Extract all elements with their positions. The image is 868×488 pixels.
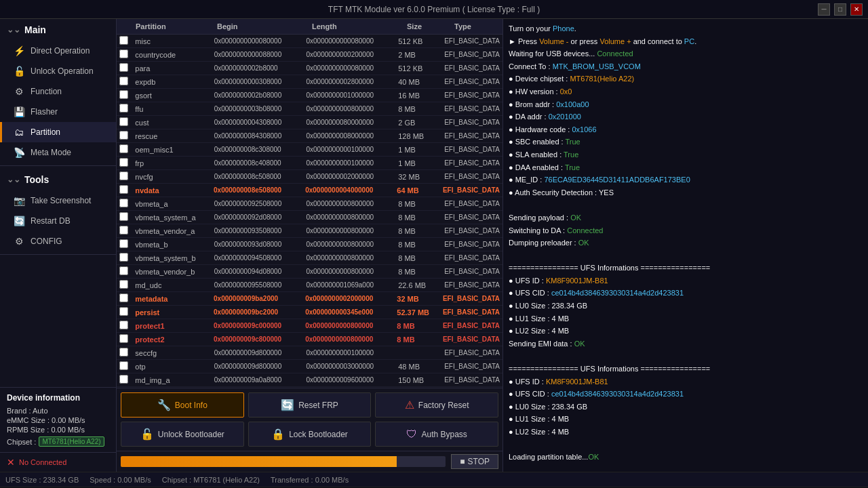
table-row[interactable]: nvcfg 0x000000008c508000 0x0000000002000… <box>117 170 502 184</box>
table-row[interactable]: vbmeta_vendor_a 0x0000000093508000 0x000… <box>117 224 502 238</box>
partition-length: 0x0000000000800000 <box>306 214 398 221</box>
partition-begin: 0x0000000092d08000 <box>214 214 307 221</box>
factory-reset-button[interactable]: ⚠ Factory Reset <box>375 392 498 418</box>
boot-info-label: Boot Info <box>175 401 208 410</box>
table-row[interactable]: rescue 0x0000000084308000 0x000000000800… <box>117 129 502 143</box>
sidebar-item-flasher[interactable]: 💾 Flasher <box>0 102 116 122</box>
sidebar-tools-header[interactable]: ⌄⌄ Tools <box>0 169 116 190</box>
partition-length: 0x0000000009600000 <box>306 376 398 384</box>
table-row[interactable]: vbmeta_system_b 0x0000000094508000 0x000… <box>117 251 502 265</box>
table-row[interactable]: para 0x0000000002b8000 0x000000000008000… <box>117 62 502 75</box>
table-row[interactable]: vbmeta_a 0x0000000092508000 0x0000000000… <box>117 197 502 211</box>
partition-size: 40 MB <box>398 78 444 86</box>
partition-begin: 0x000000008c408000 <box>214 159 307 167</box>
sidebar-tools-label: Tools <box>24 174 49 185</box>
maximize-button[interactable]: □ <box>834 3 846 16</box>
log-line: ● UFS ID : KM8F9001JM-B81 <box>509 376 863 388</box>
no-connected-label: No Connected <box>19 458 66 466</box>
partition-type: EFI_BASIC_DATA <box>444 241 500 248</box>
table-row[interactable]: persist 0x000000009bc2000 0x000000000345… <box>117 306 502 319</box>
lock-bootloader-button[interactable]: 🔒 Lock Bootloader <box>248 422 372 447</box>
log-line <box>509 350 863 363</box>
tools-chevron-icon: ⌄⌄ <box>7 175 20 184</box>
partition-length: 0x0000000000800000 <box>306 200 398 207</box>
partition-icon: 🗂 <box>13 127 25 138</box>
table-row[interactable]: nvdata 0x000000008e508000 0x000000000400… <box>117 184 502 197</box>
partition-name: expdb <box>135 78 214 86</box>
table-row[interactable]: protect1 0x000000009c000000 0x0000000000… <box>117 319 502 333</box>
table-row[interactable]: vbmeta_b 0x0000000093d08000 0x0000000000… <box>117 238 502 251</box>
partition-type: EFI_BASIC_DATA <box>444 78 500 85</box>
boot-info-button[interactable]: 🔧 Boot Info <box>121 392 244 418</box>
minimize-button[interactable]: ─ <box>818 3 830 16</box>
partition-size: 2 MB <box>398 51 444 59</box>
partition-type: EFI_BASIC_DATA <box>444 254 500 262</box>
sidebar-item-label: CONFIG <box>31 237 62 246</box>
table-row[interactable]: protect2 0x000000009c800000 0x0000000000… <box>117 333 502 346</box>
table-row[interactable]: gsort 0x0000000002b08000 0x0000000001000… <box>117 89 502 102</box>
close-button[interactable]: ✕ <box>850 3 863 16</box>
table-row[interactable]: vbmeta_system_a 0x0000000092d08000 0x000… <box>117 211 502 224</box>
partition-type: EFI_BASIC_DATA <box>444 268 500 275</box>
partition-type: EFI_BASIC_DATA <box>444 227 500 235</box>
table-row[interactable]: countrycode 0x0000000000088000 0x0000000… <box>117 48 502 62</box>
reset-frp-icon: 🔄 <box>281 399 294 411</box>
partition-type: EFI_BASIC_DATA <box>444 159 500 167</box>
table-row[interactable]: ffu 0x0000000003b08000 0x000000000080000… <box>117 102 502 116</box>
unlock-bootloader-button[interactable]: 🔓 Unlock Bootloader <box>121 422 244 447</box>
partition-begin: 0x0000000002b08000 <box>214 92 307 99</box>
auth-bypass-button[interactable]: 🛡 Auth Bypass <box>375 422 498 447</box>
partition-name: md_udc <box>135 281 214 289</box>
partition-length: 0x0000000000080000 <box>306 64 398 72</box>
log-line: ● Device chipset : MT6781(Helio A22) <box>509 73 863 85</box>
flasher-icon: 💾 <box>13 106 25 117</box>
log-line: Switching to DA : Connected <box>509 225 863 237</box>
log-line: ● Hardware code : 0x1066 <box>509 124 863 136</box>
stop-button[interactable]: ■ STOP <box>451 454 498 469</box>
table-row[interactable]: md_img_a 0x000000009a0a8000 0x0000000009… <box>117 373 502 387</box>
log-line: ● DAA enabled : True <box>509 162 863 174</box>
table-row[interactable]: metadata 0x000000009ba2000 0x00000000020… <box>117 292 502 306</box>
log-line: Connect To : MTK_BROM_USB_VCOM <box>509 61 863 73</box>
partition-type: EFI_BASIC_DATA <box>444 363 500 370</box>
restart-db-icon: 🔄 <box>13 216 25 226</box>
table-row[interactable]: oem_misc1 0x000000008c308000 0x000000000… <box>117 143 502 157</box>
reset-frp-button[interactable]: 🔄 Reset FRP <box>248 392 372 418</box>
partition-begin: 0x0000000003b08000 <box>214 105 307 113</box>
table-row[interactable]: misc 0x0000000000080000 0x00000000000800… <box>117 35 502 48</box>
partition-name: ffu <box>135 105 214 113</box>
partition-begin: 0x000000009d800000 <box>214 349 307 357</box>
partition-begin: 0x000000008c508000 <box>214 173 307 180</box>
table-row[interactable]: seccfg 0x000000009d800000 0x000000000010… <box>117 346 502 360</box>
partition-size: 8 MB <box>398 241 444 249</box>
direct-operation-icon: ⚡ <box>13 45 25 56</box>
partition-type: EFI_BASIC_DATA <box>443 295 500 302</box>
sidebar-main-header[interactable]: ⌄⌄ Main <box>0 19 116 41</box>
table-row[interactable]: vbmeta_vendor_b 0x0000000094d08000 0x000… <box>117 265 502 279</box>
table-row[interactable]: md_udc 0x0000000095508000 0x000000001069… <box>117 279 502 292</box>
table-row[interactable]: frp 0x000000008c408000 0x000000000010000… <box>117 157 502 170</box>
sidebar-item-unlock-operation[interactable]: 🔓 Unlock Operation <box>0 61 116 81</box>
table-row[interactable]: otp 0x000000009d800000 0x000000000300000… <box>117 360 502 373</box>
log-line: ● UFS ID : KM8F9001JM-B81 <box>509 275 863 287</box>
stop-icon: ■ <box>460 457 465 466</box>
sidebar-item-config[interactable]: ⚙ CONFIG <box>0 231 116 251</box>
col-header-size: Size <box>407 22 454 30</box>
partition-size: 32 MB <box>397 295 443 303</box>
sidebar-item-meta-mode[interactable]: 📡 Meta Mode <box>0 142 116 163</box>
sidebar-item-label: Restart DB <box>31 216 71 226</box>
sidebar-item-function[interactable]: ⚙ Function <box>0 81 116 102</box>
sidebar-divider-2 <box>0 254 116 255</box>
partition-size: 8 MB <box>398 254 444 262</box>
sidebar-item-take-screenshot[interactable]: 📷 Take Screenshot <box>0 190 116 211</box>
sidebar-item-label: Unlock Operation <box>31 66 94 76</box>
sidebar-item-partition[interactable]: 🗂 Partition <box>0 122 116 142</box>
take-screenshot-icon: 📷 <box>13 195 25 206</box>
sidebar-item-direct-operation[interactable]: ⚡ Direct Operation <box>0 41 116 61</box>
sidebar-item-restart-db[interactable]: 🔄 Restart DB <box>0 211 116 231</box>
table-row[interactable]: expdb 0x0000000000308000 0x0000000002800… <box>117 75 502 89</box>
partition-name: otp <box>135 363 214 371</box>
no-connected-icon: ✕ <box>7 457 15 468</box>
table-row[interactable]: cust 0x0000000004308000 0x00000000800000… <box>117 116 502 129</box>
partition-table-header: Partition Begin Length Size Type <box>117 19 502 35</box>
